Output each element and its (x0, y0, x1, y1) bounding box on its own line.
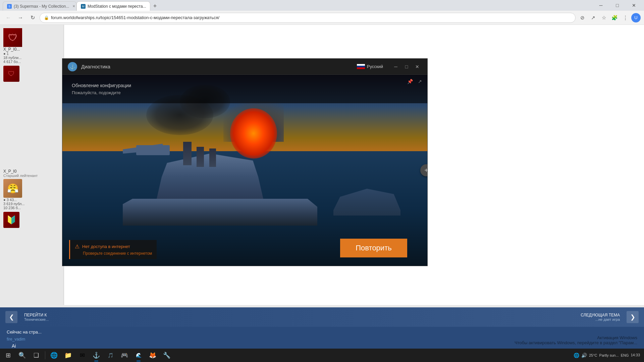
user2-score: 10 236 б... (3, 206, 60, 210)
taskbar-app-tools[interactable]: 🔧 (160, 349, 173, 362)
nav-next-button[interactable]: ❯ (627, 311, 639, 323)
dialog-controls: ─ □ ✕ (391, 62, 422, 71)
dialog-maximize[interactable]: □ (402, 62, 411, 71)
taskbar-app-wows2[interactable]: 🌊 (132, 349, 145, 362)
browser-maximize[interactable]: □ (610, 0, 625, 11)
start-button[interactable]: ⊞ (1, 349, 15, 362)
dialog-titlebar: ⚓ Диагностика Русский ─ □ ✕ (62, 59, 427, 75)
nav-prev-title: ПЕРЕЙТИ К (24, 313, 218, 317)
taskbar: ⊞ 🔍 ❑ 🌐 📁 ✉ ⚓ 🎵 🎮 🌊 🦊 🔧 🌐 🔊 25°C Partly … (0, 349, 644, 362)
taskbar-app-firefox[interactable]: 🦊 (146, 349, 159, 362)
user2-stat1: ● 3 43... (3, 198, 60, 202)
tab1-close[interactable]: ✕ (72, 4, 75, 8)
page-content: 🛡 X_P_I0... ● 1 18 публи... 4 617 бо... … (0, 25, 644, 362)
pin-button[interactable]: 📌 (406, 77, 414, 85)
error-sub-text: Проверьте соединение с интернетом (83, 251, 152, 256)
back-button[interactable]: ← (3, 13, 13, 23)
dialog-minimize[interactable]: ─ (391, 62, 400, 71)
extensions2-button[interactable]: 🧩 (610, 13, 619, 22)
forum-nav-bar: ❮ ПЕРЕЙТИ К Технические... СЛЕДУЮЩАЯ ТЕМ… (0, 307, 644, 327)
dialog-loading-overlay: Обновление конфигурации Пожалуйста, подо… (62, 75, 427, 103)
nav-next-title: СЛЕДУЮЩАЯ ТЕМА (426, 313, 620, 317)
user1-avatar: 🛡 (3, 28, 22, 47)
dialog-lang-area: Русский (357, 64, 383, 69)
browser-navbar: ← → ↻ 🔒 forum.worldofwarships.ru/topic/1… (0, 11, 644, 25)
bookmark-button[interactable]: ☆ (599, 13, 608, 22)
browser-minimize[interactable]: ─ (593, 0, 608, 11)
extensions-button[interactable]: ⊘ (578, 13, 587, 22)
browser-close[interactable]: ✕ (626, 0, 641, 11)
taskbar-app-browser[interactable]: 🌐 (47, 349, 61, 362)
share-button[interactable]: ↗ (588, 13, 598, 22)
taskbar-app-explorer[interactable]: 📁 (61, 349, 75, 362)
anchor-icon: ⚓ (70, 64, 75, 69)
tab-supermax[interactable]: S (3) Supermax - My Collection... ✕ (3, 1, 76, 11)
nav-prev-button[interactable]: ❮ (5, 311, 17, 323)
new-tab-button[interactable]: + (150, 1, 160, 11)
tab2-favicon: M (81, 4, 86, 9)
external-link-button[interactable]: ↗ (416, 77, 424, 85)
loading-title: Обновление конфигурации (72, 83, 418, 88)
forum-status-title: Сейчас на стра... (7, 329, 637, 335)
profile-button[interactable]: U (631, 13, 641, 22)
dialog-title: Диагностика (81, 64, 353, 69)
user1-publications: 18 публи... (3, 56, 60, 60)
error-notification: ⚠ Нет доступа в интернет Проверьте соеди… (69, 240, 157, 259)
user1-score: 4 617 бо... (3, 60, 60, 64)
user2-badge: 🔰 (3, 212, 19, 228)
user2-role: Старший лейтенант (3, 174, 60, 178)
tab2-label: ModStation с модами переста... (88, 4, 146, 9)
taskbar-app-wows1[interactable]: ⚓ (90, 349, 103, 362)
smoke-stack-3 (209, 148, 216, 167)
retry-button[interactable]: Повторить (340, 239, 407, 257)
taskbar-weather: Partly sun... (599, 353, 619, 357)
url-text: forum.worldofwarships.ru/topic/154651-mo… (51, 15, 219, 20)
activation-line1: Активация Windows (515, 335, 637, 340)
dialog-main-area: Обновление конфигурации Пожалуйста, подо… (62, 75, 427, 266)
tab-modstation[interactable]: M ModStation с модами переста... ✕ (76, 1, 150, 11)
browser-toolbar-right: ⊘ ↗ ☆ 🧩 ⋮ U (578, 13, 641, 22)
taskbar-lang[interactable]: ENG (621, 353, 629, 357)
taskbar-app-game[interactable]: 🎮 (118, 349, 131, 362)
forward-button[interactable]: → (15, 13, 25, 23)
taskbar-clock[interactable]: 14:33 (631, 353, 640, 358)
taskbar-apps: 🌐 📁 ✉ ⚓ 🎵 🎮 🌊 🦊 🔧 (47, 349, 173, 362)
task-view-button[interactable]: ❑ (30, 349, 43, 362)
ship-hull (123, 199, 317, 226)
user1-badge: 🛡 (3, 66, 19, 82)
taskbar-app-music[interactable]: 🎵 (104, 349, 117, 362)
activation-line2: Чтобы активировать Windows, перейдите в … (515, 340, 637, 345)
russia-flag (357, 64, 365, 69)
user1-stat1: ● 1 (3, 52, 60, 56)
dialog-top-right-buttons: 📌 ↗ (406, 77, 424, 85)
flag-stripe-red (357, 67, 365, 69)
nav-next-sub: ...не дает игра (426, 317, 620, 321)
tab1-favicon: S (7, 4, 12, 9)
network-icon[interactable]: 🌐 (574, 353, 579, 358)
warning-icon: ⚠ (75, 243, 79, 250)
search-button[interactable]: 🔍 (15, 349, 29, 362)
address-bar[interactable]: 🔒 forum.worldofwarships.ru/topic/154651-… (40, 13, 576, 23)
user-card-area: 🛡 X_P_I0... ● 1 18 публи... 4 617 бо... … (0, 25, 64, 305)
taskbar-temp: 25°C (589, 353, 597, 357)
settings-button[interactable]: ⋮ (621, 13, 630, 22)
ssl-icon: 🔒 (44, 15, 49, 20)
user2-publications: 3 619 публ... (3, 202, 60, 206)
user1-name: X_P_I0... (3, 47, 60, 52)
user2-name: X_P_I0 (3, 169, 60, 174)
volume-icon[interactable]: 🔊 (581, 353, 587, 358)
taskbar-separator (45, 351, 45, 359)
app-dialog: ⚓ Диагностика Русский ─ □ ✕ (62, 58, 428, 266)
user2-avatar: 😤 (3, 179, 22, 198)
smoke-stack-2 (197, 147, 204, 167)
dialog-close[interactable]: ✕ (413, 62, 422, 71)
taskbar-right: 🌐 🔊 25°C Partly sun... ENG 14:33 (574, 353, 643, 358)
loading-subtitle: Пожалуйста, подождите (72, 90, 418, 95)
reload-button[interactable]: ↻ (28, 13, 38, 23)
browser-titlebar: S (3) Supermax - My Collection... ✕ M Mo… (0, 0, 644, 11)
windows-activation: Активация Windows Чтобы активировать Win… (515, 335, 637, 345)
ship-main (96, 132, 331, 226)
taskbar-app-mail[interactable]: ✉ (75, 349, 89, 362)
forum-status-user[interactable]: fire_vadim (7, 337, 25, 342)
browser-tabs: S (3) Supermax - My Collection... ✕ M Mo… (3, 0, 160, 11)
